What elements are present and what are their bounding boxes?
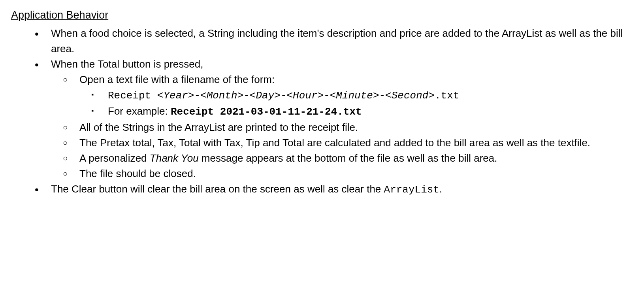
bullet-list-level2: Open a text file with a filename of the … [51, 72, 635, 181]
list-item: For example: Receipt 2021-03-01-11-21-24… [79, 104, 635, 120]
list-item: Open a text file with a filename of the … [51, 72, 635, 120]
bullet-list-level3: Receipt <Year>-<Month>-<Day>-<Hour>-<Min… [79, 87, 635, 120]
list-text: message appears at the bottom of the fil… [199, 152, 497, 164]
list-text: A personalized [79, 152, 150, 164]
list-item: The Pretax total, Tax, Total with Tax, T… [51, 135, 635, 151]
list-item: When the Total button is pressed, Open a… [9, 57, 635, 181]
list-item: Receipt <Year>-<Month>-<Day>-<Hour>-<Min… [79, 87, 635, 104]
list-item: A personalized Thank You message appears… [51, 151, 635, 166]
code-text: .txt [435, 90, 459, 102]
list-text: The Pretax total, Tax, Total with Tax, T… [79, 137, 590, 149]
code-text-bold: Receipt 2021-03-01-11-21-24.txt [171, 106, 362, 118]
list-text: For example: [108, 105, 171, 117]
list-text: Open a text file with a filename of the … [79, 74, 275, 85]
list-item: When a food choice is selected, a String… [9, 26, 635, 57]
list-text: All of the Strings in the ArrayList are … [79, 121, 358, 133]
list-item: The Clear button will clear the bill are… [9, 181, 635, 198]
code-text: ArrayList [384, 184, 439, 196]
list-text: When a food choice is selected, a String… [51, 27, 623, 55]
list-text-italic: Thank You [150, 152, 199, 164]
list-text: . [439, 183, 442, 195]
section-heading: Application Behavior [11, 7, 635, 23]
list-text: When the Total button is pressed, [51, 58, 203, 70]
code-text-italic: <Year>-<Month>-<Day>-<Hour>-<Minute>-<Se… [157, 90, 435, 102]
list-text: The file should be closed. [79, 168, 196, 179]
code-text: Receipt [108, 90, 157, 102]
list-item: All of the Strings in the ArrayList are … [51, 120, 635, 135]
list-item: The file should be closed. [51, 166, 635, 181]
list-text: The Clear button will clear the bill are… [51, 183, 384, 195]
bullet-list-level1: When a food choice is selected, a String… [9, 26, 635, 198]
